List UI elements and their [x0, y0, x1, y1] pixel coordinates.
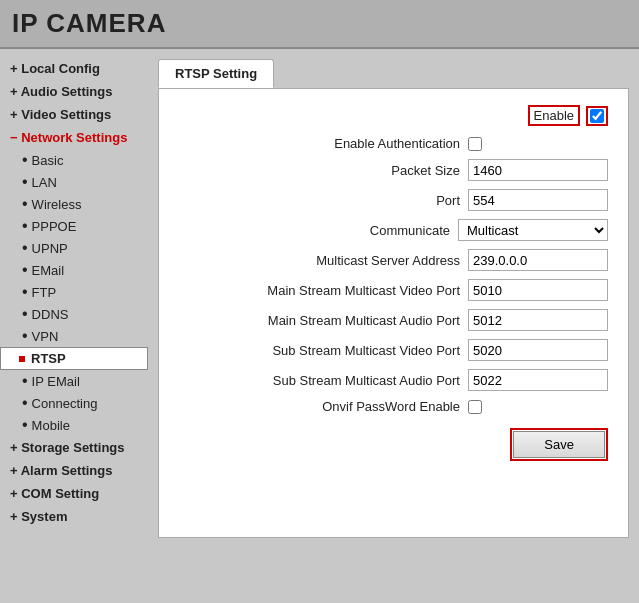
- main-video-port-input[interactable]: [468, 279, 608, 301]
- sidebar-item-connecting[interactable]: • Connecting: [0, 392, 148, 414]
- save-button-wrap: Save: [510, 428, 608, 461]
- onvif-label: Onvif PassWord Enable: [322, 399, 460, 414]
- save-button[interactable]: Save: [513, 431, 605, 458]
- enable-checkbox[interactable]: [590, 109, 604, 123]
- communicate-row: Communicate Multicast Unicast: [179, 219, 608, 241]
- packet-size-label: Packet Size: [391, 163, 460, 178]
- sidebar-item-network-settings[interactable]: − Network Settings: [0, 126, 148, 149]
- bullet-icon: •: [22, 328, 28, 344]
- sidebar-item-email[interactable]: • EMail: [0, 259, 148, 281]
- packet-size-input[interactable]: [468, 159, 608, 181]
- tab-bar: RTSP Setting: [158, 59, 629, 88]
- content-panel: Enable Enable Authentication Packet Size…: [158, 88, 629, 538]
- onvif-row: Onvif PassWord Enable: [179, 399, 608, 414]
- sidebar-item-system[interactable]: + System: [0, 505, 148, 528]
- bullet-icon: •: [22, 262, 28, 278]
- multicast-server-input[interactable]: [468, 249, 608, 271]
- sidebar-item-com-setting[interactable]: + COM Setting: [0, 482, 148, 505]
- sidebar-item-local-config[interactable]: + Local Config: [0, 57, 148, 80]
- sidebar-item-alarm-settings[interactable]: + Alarm Settings: [0, 459, 148, 482]
- main-audio-port-row: Main Stream Multicast Audio Port: [179, 309, 608, 331]
- multicast-server-row: Multicast Server Address: [179, 249, 608, 271]
- sub-audio-port-label: Sub Stream Multicast Audio Port: [273, 373, 460, 388]
- sidebar: + Local Config + Audio Settings + Video …: [0, 49, 148, 603]
- bullet-icon: •: [22, 174, 28, 190]
- main-video-port-row: Main Stream Multicast Video Port: [179, 279, 608, 301]
- port-row: Port: [179, 189, 608, 211]
- app-title: IP CAMERA: [12, 8, 627, 39]
- communicate-label: Communicate: [370, 223, 450, 238]
- sidebar-item-wireless[interactable]: • Wireless: [0, 193, 148, 215]
- sidebar-item-pppoe[interactable]: • PPPOE: [0, 215, 148, 237]
- bullet-icon: •: [22, 306, 28, 322]
- bullet-icon: •: [22, 284, 28, 300]
- sidebar-item-rtsp[interactable]: RTSP: [0, 347, 148, 370]
- app-header: IP CAMERA: [0, 0, 639, 49]
- sub-audio-port-input[interactable]: [468, 369, 608, 391]
- auth-label: Enable Authentication: [334, 136, 460, 151]
- enable-row: Enable: [179, 105, 608, 126]
- sidebar-item-storage-settings[interactable]: + Storage Settings: [0, 436, 148, 459]
- packet-size-row: Packet Size: [179, 159, 608, 181]
- sidebar-item-mobile[interactable]: • Mobile: [0, 414, 148, 436]
- active-indicator: [19, 356, 25, 362]
- bullet-icon: •: [22, 395, 28, 411]
- tab-rtsp-setting[interactable]: RTSP Setting: [158, 59, 274, 88]
- communicate-select[interactable]: Multicast Unicast: [458, 219, 608, 241]
- sub-audio-port-row: Sub Stream Multicast Audio Port: [179, 369, 608, 391]
- port-input[interactable]: [468, 189, 608, 211]
- enable-label: Enable: [528, 105, 580, 126]
- main-video-port-label: Main Stream Multicast Video Port: [267, 283, 460, 298]
- port-label: Port: [436, 193, 460, 208]
- bullet-icon: •: [22, 373, 28, 389]
- sub-video-port-row: Sub Stream Multicast Video Port: [179, 339, 608, 361]
- main-audio-port-label: Main Stream Multicast Audio Port: [268, 313, 460, 328]
- sidebar-item-ip-email[interactable]: • IP EMail: [0, 370, 148, 392]
- sidebar-item-basic[interactable]: • Basic: [0, 149, 148, 171]
- onvif-checkbox[interactable]: [468, 400, 482, 414]
- main-content: RTSP Setting Enable Enable Authenticatio…: [148, 49, 639, 603]
- enable-checkbox-wrap: [586, 106, 608, 126]
- bullet-icon: •: [22, 196, 28, 212]
- sidebar-item-ftp[interactable]: • FTP: [0, 281, 148, 303]
- bullet-icon: •: [22, 240, 28, 256]
- sub-video-port-label: Sub Stream Multicast Video Port: [272, 343, 460, 358]
- bullet-icon: •: [22, 218, 28, 234]
- bullet-icon: •: [22, 152, 28, 168]
- auth-checkbox[interactable]: [468, 137, 482, 151]
- main-audio-port-input[interactable]: [468, 309, 608, 331]
- sidebar-item-audio-settings[interactable]: + Audio Settings: [0, 80, 148, 103]
- multicast-server-label: Multicast Server Address: [316, 253, 460, 268]
- sub-video-port-input[interactable]: [468, 339, 608, 361]
- sidebar-item-lan[interactable]: • LAN: [0, 171, 148, 193]
- bullet-icon: •: [22, 417, 28, 433]
- sidebar-item-upnp[interactable]: • UPNP: [0, 237, 148, 259]
- auth-row: Enable Authentication: [179, 136, 608, 151]
- sidebar-item-ddns[interactable]: • DDNS: [0, 303, 148, 325]
- save-row: Save: [179, 428, 608, 461]
- sidebar-item-video-settings[interactable]: + Video Settings: [0, 103, 148, 126]
- sidebar-item-vpn[interactable]: • VPN: [0, 325, 148, 347]
